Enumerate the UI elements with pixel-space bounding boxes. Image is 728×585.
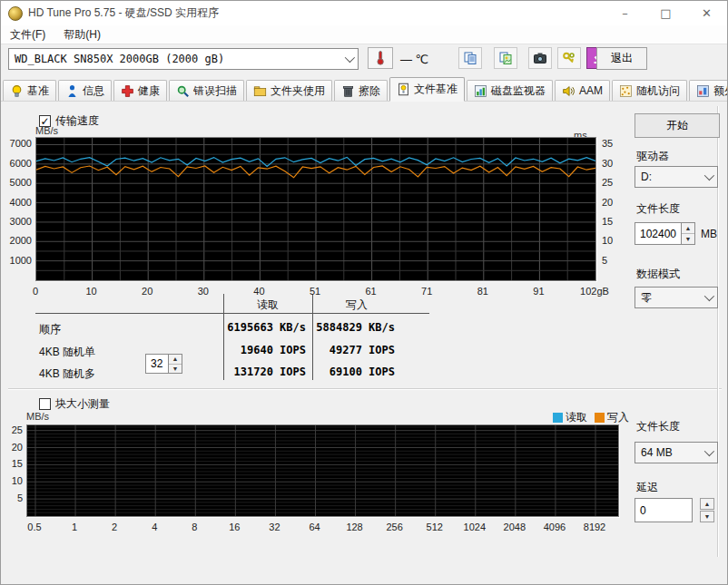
- file-benchmark-panel: ✓ 传输速度 MB/s ms 读取 写入 顺序 6195663 KB/s 588…: [1, 102, 727, 585]
- sequential-read-value: 6195663 KB/s: [206, 321, 306, 334]
- tab-label: 信息: [83, 83, 104, 99]
- y-axis-tick-label: 20: [602, 197, 613, 208]
- tab-disk-monitor[interactable]: 磁盘监视器: [467, 80, 553, 101]
- minimize-button[interactable]: –: [605, 1, 645, 25]
- tab-benchmark[interactable]: 基准: [3, 80, 56, 101]
- menu-file[interactable]: 文件(F): [1, 25, 54, 44]
- file-length-value[interactable]: 102400: [635, 222, 682, 245]
- file-length-unit: MB: [701, 228, 717, 240]
- latency-label: 延迟: [636, 480, 658, 495]
- transfer-speed-label: 传输速度: [55, 113, 99, 129]
- spin-down-icon[interactable]: ▼: [700, 511, 714, 522]
- menu-help[interactable]: 帮助(H): [54, 25, 110, 44]
- spin-up-icon[interactable]: ▲: [700, 498, 714, 510]
- spin-down-icon[interactable]: ▼: [169, 365, 182, 374]
- x-axis-tick-label: 2: [112, 522, 117, 532]
- x-axis-tick-label: 8192: [584, 522, 605, 532]
- x-axis-tick-label: 2048: [504, 522, 526, 532]
- tab-error-scan[interactable]: 错误扫描: [169, 80, 244, 101]
- y-axis-tick-label: 10: [602, 235, 613, 246]
- y-axis-tick-label: 5000: [5, 177, 32, 188]
- tab-folder-usage[interactable]: 文件夹使用: [246, 80, 332, 101]
- 4kb-single-write-value: 49277 IOPS: [295, 344, 395, 356]
- read-legend-label: 读取: [566, 410, 587, 425]
- y-axis-tick-label: 2000: [5, 235, 32, 246]
- tab-random-access[interactable]: 随机访问: [612, 80, 687, 101]
- drive-value: D:: [641, 171, 652, 183]
- tab-label: 健康: [138, 83, 160, 99]
- folder-icon: [253, 84, 267, 98]
- options-button[interactable]: [557, 47, 581, 69]
- file-length-spinner[interactable]: 102400 ▲ ▼: [635, 222, 695, 245]
- tab-file-benchmark[interactable]: 文件基准: [389, 77, 465, 101]
- drive-select-value: WD_BLACK SN850X 2000GB (2000 gB): [15, 53, 224, 65]
- y-axis-tick-label: 4000: [5, 197, 32, 208]
- 4kb-multi-write-value: 69100 IOPS: [295, 366, 395, 378]
- block-size-label: 块大小测量: [55, 396, 110, 412]
- speaker-icon: [562, 84, 576, 98]
- start-button[interactable]: 开始: [635, 113, 720, 138]
- data-mode-select[interactable]: 零: [635, 287, 718, 308]
- x-axis-tick-label: 91: [533, 286, 544, 297]
- x-axis-tick-label: 0: [33, 286, 38, 297]
- spin-up-icon[interactable]: ▲: [682, 223, 694, 234]
- tab-aam[interactable]: AAM: [555, 80, 610, 101]
- thermometer-icon: [373, 50, 388, 66]
- x-axis-tick-label: 8: [192, 522, 197, 532]
- x-axis-tick-label: 51: [310, 286, 320, 297]
- spin-down-icon[interactable]: ▼: [682, 234, 694, 244]
- row-4kb-multi-label: 4KB 随机多: [39, 366, 95, 382]
- queue-depth-value[interactable]: 32: [145, 354, 169, 374]
- read-legend-swatch: [553, 413, 563, 423]
- temperature-button[interactable]: [368, 47, 393, 69]
- extra-tests-icon: [696, 84, 710, 98]
- latency-spinner[interactable]: ▲ ▼: [700, 498, 714, 523]
- copy-image-button[interactable]: [494, 47, 517, 69]
- block-file-length-select[interactable]: 64 MB: [635, 442, 718, 463]
- tab-erase[interactable]: 擦除: [334, 80, 388, 101]
- tab-label: 错误扫描: [193, 83, 237, 99]
- health-cross-icon: [121, 84, 134, 98]
- tab-label: 擦除: [359, 83, 380, 99]
- drive-select[interactable]: D:: [635, 166, 718, 188]
- x-axis-tick-label: 1024: [464, 522, 486, 532]
- block-chart-legend: 读取 写入: [553, 410, 629, 425]
- tab-info[interactable]: 信息: [58, 80, 112, 101]
- y-axis-tick-label: 7000: [5, 138, 32, 149]
- window-title: HD Tune Pro 5.75 - 硬盘/SSD 实用程序: [28, 5, 219, 21]
- copy-icon: [463, 51, 477, 65]
- x-axis-tick-label: 61: [365, 286, 376, 297]
- x-axis-tick-label: 102gB: [580, 286, 609, 297]
- block-chart-y-unit: MB/s: [26, 411, 49, 422]
- tab-health[interactable]: 健康: [113, 80, 167, 101]
- x-axis-tick-label: 4: [152, 522, 157, 532]
- data-mode-label: 数据模式: [636, 267, 680, 282]
- copy-text-button[interactable]: [458, 47, 482, 69]
- y-axis-tick-label: 10: [3, 475, 23, 486]
- title-bar: HD Tune Pro 5.75 - 硬盘/SSD 实用程序 – □ ✕: [1, 1, 727, 25]
- queue-depth-spinner[interactable]: 32 ▲ ▼: [145, 354, 182, 374]
- y-axis-tick-label: 5: [602, 255, 607, 266]
- table-header-rule: [35, 313, 429, 314]
- latency-input[interactable]: 0: [635, 498, 693, 522]
- drive-select-combo[interactable]: WD_BLACK SN850X 2000GB (2000 gB): [8, 48, 359, 70]
- close-button[interactable]: ✕: [686, 1, 727, 25]
- y-axis-tick-label: 35: [602, 138, 613, 149]
- screenshot-button[interactable]: [528, 47, 552, 69]
- tab-label: 文件夹使用: [271, 83, 325, 99]
- x-axis-tick-label: 30: [198, 286, 209, 297]
- spin-up-icon[interactable]: ▲: [169, 355, 182, 365]
- x-axis-tick-label: 20: [142, 286, 152, 297]
- exit-button[interactable]: 退出: [596, 47, 647, 70]
- lamp-icon: [10, 84, 24, 98]
- maximize-button[interactable]: □: [645, 1, 686, 25]
- x-axis-tick-label: 256: [386, 522, 402, 532]
- x-axis-tick-label: 40: [253, 286, 264, 297]
- tab-extra-tests[interactable]: 额外测试: [689, 80, 728, 101]
- chevron-down-icon: [704, 171, 714, 180]
- write-legend-swatch: [595, 413, 605, 423]
- 4kb-multi-read-value: 131720 IOPS: [206, 366, 306, 378]
- y-axis-tick-label: 20: [3, 442, 23, 453]
- row-4kb-single-label: 4KB 随机单: [39, 345, 95, 360]
- block-size-checkbox[interactable]: 块大小测量: [39, 396, 110, 412]
